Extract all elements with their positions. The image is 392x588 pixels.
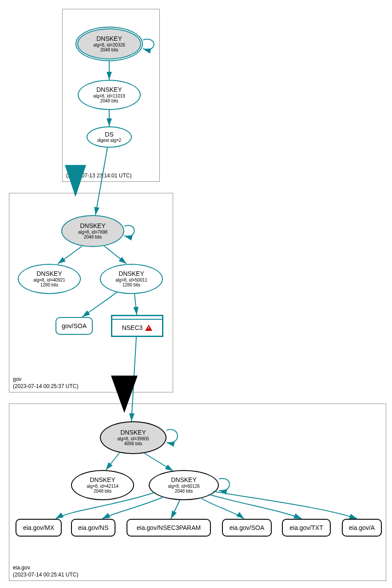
eia-mx-title: eia.gov/MX — [23, 524, 54, 531]
eia-ksk-alg: alg=8, id=39805 — [117, 436, 149, 442]
zone-root-label: . — [66, 165, 67, 172]
eia-a-title: eia.gov/A — [349, 524, 375, 531]
gov-ksk-bits: 2048 bits — [84, 235, 102, 240]
root-zsk-bits: 2048 bits — [100, 98, 119, 104]
node-root-ds: DS digest alg=2 — [87, 126, 132, 148]
root-ksk-title: DNSKEY — [96, 35, 122, 42]
gov-zsk2-bits: 1280 bits — [123, 282, 141, 288]
node-eia-mx: eia.gov/MX — [16, 519, 62, 537]
eia-zsk2-bits: 2048 bits — [175, 489, 193, 494]
gov-ksk-alg: alg=8, id=7698 — [78, 230, 107, 235]
node-root-ksk: DNSKEY alg=8, id=20326 2048 bits — [75, 27, 143, 61]
node-gov-soa: gov/SOA — [55, 317, 93, 335]
node-eia-zsk1: DNSKEY alg=8, id=42114 2048 bits — [71, 470, 134, 500]
eia-zsk2-alg: alg=8, id=60126 — [168, 484, 200, 489]
eia-ksk-bits: 4096 bits — [124, 441, 143, 447]
gov-zsk1-title: DNSKEY — [36, 270, 62, 277]
node-eia-zsk2: DNSKEY alg=8, id=60126 2048 bits — [149, 470, 219, 500]
node-gov-ksk: DNSKEY alg=8, id=7698 2048 bits — [61, 215, 124, 247]
eia-zsk2-title: DNSKEY — [171, 476, 197, 483]
warning-icon — [145, 325, 152, 331]
gov-zsk2-alg: alg=8, id=50011 — [115, 278, 147, 283]
eia-soa-title: eia.gov/SOA — [230, 524, 265, 531]
root-zsk-alg: alg=8, id=11019 — [93, 94, 125, 99]
root-ds-title: DS — [105, 131, 113, 138]
gov-ksk-title: DNSKEY — [80, 222, 106, 229]
root-zsk-title: DNSKEY — [96, 86, 122, 93]
node-eia-soa: eia.gov/SOA — [222, 519, 272, 537]
eia-txt-title: eia.gov/TXT — [289, 524, 323, 531]
root-ksk-alg: alg=8, id=20326 — [93, 43, 125, 48]
node-eia-txt: eia.gov/TXT — [282, 519, 331, 537]
eia-zsk1-bits: 2048 bits — [94, 489, 112, 494]
root-ds-alg: digest alg=2 — [97, 138, 121, 143]
zone-eia-label: eia.gov — [13, 564, 30, 571]
root-ksk-bits: 2048 bits — [100, 47, 119, 53]
gov-zsk1-alg: alg=8, id=40921 — [33, 278, 65, 283]
node-gov-nsec3: NSEC3 — [111, 315, 163, 337]
node-eia-a: eia.gov/A — [342, 519, 382, 537]
eia-ns-title: eia.gov/NS — [78, 524, 108, 531]
zone-gov-label: gov — [13, 376, 21, 382]
diagram-container: . (2023-07-13 23:14:01 UTC) DNSKEY alg=8… — [4, 4, 388, 584]
node-eia-ksk: DNSKEY alg=8, id=39805 4096 bits — [100, 421, 166, 454]
eia-zsk1-alg: alg=8, id=42114 — [87, 484, 119, 489]
node-eia-ns: eia.gov/NS — [71, 519, 115, 537]
eia-ksk-title: DNSKEY — [120, 429, 146, 436]
node-gov-zsk2: DNSKEY alg=8, id=50011 1280 bits — [100, 264, 163, 294]
zone-eia-timestamp: (2023-07-14 00:25:41 UTC) — [13, 572, 78, 578]
zone-gov-timestamp: (2023-07-14 00:25:37 UTC) — [13, 383, 78, 389]
eia-n3p-title: eia.gov/NSEC3PARAM — [137, 524, 201, 531]
node-eia-n3p: eia.gov/NSEC3PARAM — [127, 519, 211, 537]
gov-zsk2-title: DNSKEY — [119, 270, 144, 277]
gov-zsk1-bits: 1280 bits — [40, 282, 59, 288]
gov-nsec3-title: NSEC3 — [122, 324, 143, 331]
node-root-zsk: DNSKEY alg=8, id=11019 2048 bits — [78, 80, 141, 110]
eia-zsk1-title: DNSKEY — [90, 476, 115, 483]
node-gov-zsk1: DNSKEY alg=8, id=40921 1280 bits — [18, 264, 81, 294]
zone-root-timestamp: (2023-07-13 23:14:01 UTC) — [66, 172, 131, 179]
gov-soa-title: gov/SOA — [62, 322, 87, 329]
